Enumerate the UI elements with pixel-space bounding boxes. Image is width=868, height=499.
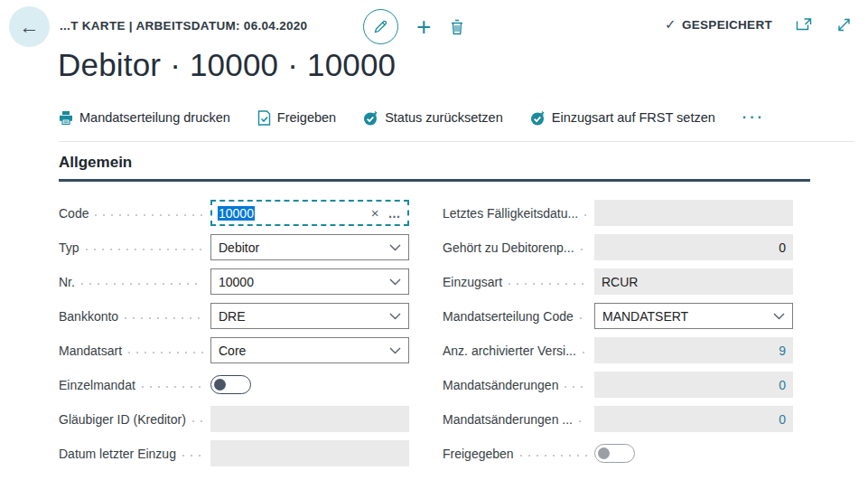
field-row: Gläubiger ID (Kreditor) <box>59 406 409 432</box>
reset-status-icon <box>363 110 378 126</box>
field-control-slot: MANDATSERT <box>594 303 793 329</box>
field-grid: Code10000×…TypDebitorNr.10000BankkontoDR… <box>59 200 793 475</box>
back-button[interactable]: ← <box>9 6 50 47</box>
printer-icon <box>59 111 73 125</box>
dropdown-value: DRE <box>219 309 246 324</box>
dropdown-field[interactable]: Core <box>210 337 409 363</box>
dropdown-field[interactable]: 10000 <box>210 268 409 295</box>
chevron-down-icon <box>384 347 401 354</box>
dotted-leader <box>581 249 587 250</box>
field-control-slot: Debitor <box>210 234 409 260</box>
field-row: Letztes Fälligkeitsdatu... <box>443 200 793 226</box>
field-row: Mandatsänderungen ...0 <box>443 406 793 432</box>
field-label-wrap: Code <box>59 206 210 221</box>
field-label: Typ <box>59 240 79 255</box>
section-header-allgemein[interactable]: Allgemein <box>59 154 810 182</box>
drilldown-value[interactable]: 0 <box>779 412 786 427</box>
field-label: Mandatsänderungen <box>443 378 558 392</box>
field-label-wrap: Mandatserteilung Code <box>443 309 594 324</box>
add-button[interactable]: + <box>416 14 431 40</box>
window-controls: ✓ GESPEICHERT <box>665 16 852 33</box>
field-row: Gehört zu Debitorenp...0 <box>443 234 793 260</box>
field-label-wrap: Anz. archivierter Versi... <box>443 344 594 358</box>
field-label: Mandatserteilung Code <box>443 309 574 324</box>
dropdown-field[interactable]: Debitor <box>210 234 409 260</box>
code-input-focused[interactable]: 10000×… <box>210 200 409 226</box>
dropdown-value: 10000 <box>219 275 254 289</box>
field-control-slot: DRE <box>210 303 409 329</box>
more-actions-button[interactable]: ··· <box>742 109 765 126</box>
disabled-field: 0 <box>594 406 793 432</box>
mandate-card-page: ← ...T KARTE | ARBEITSDATUM: 06.04.2020 … <box>0 0 868 499</box>
expand-button[interactable] <box>836 17 852 33</box>
action-reset-status[interactable]: Status zurücksetzen <box>363 110 503 126</box>
field-label-wrap: Einzelmandat <box>59 378 210 392</box>
field-label-wrap: Mandatsart <box>59 344 210 358</box>
action-label: Mandatserteilung drucken <box>79 110 230 125</box>
page-title: Debitor · 10000 · 10000 <box>58 47 396 83</box>
edit-button[interactable] <box>363 9 398 44</box>
chevron-down-icon <box>384 244 401 251</box>
drilldown-value[interactable]: 0 <box>779 378 786 392</box>
dropdown-value: Core <box>219 344 246 358</box>
field-control-slot: 0 <box>594 234 793 260</box>
drilldown-value[interactable]: 9 <box>779 344 786 358</box>
field-value: RCUR <box>602 275 638 289</box>
dotted-leader <box>128 352 203 353</box>
field-label: Datum letzter Einzug <box>59 447 176 461</box>
toggle-knob <box>214 379 226 391</box>
dotted-leader <box>182 455 203 457</box>
action-release[interactable]: Freigeben <box>257 110 336 126</box>
field-label-wrap: Bankkonto <box>59 309 210 324</box>
toggle-switch-off[interactable] <box>210 375 251 394</box>
action-toolbar: Mandatserteilung drucken Freigeben Statu… <box>59 109 854 126</box>
dotted-leader <box>192 420 203 422</box>
fields-column-left: Code10000×…TypDebitorNr.10000BankkontoDR… <box>59 200 409 475</box>
field-control-slot: RCUR <box>594 268 793 295</box>
popout-button[interactable] <box>796 17 813 32</box>
fields-column-right: Letztes Fälligkeitsdatu...Gehört zu Debi… <box>443 200 793 475</box>
field-control-slot <box>594 200 793 226</box>
disabled-field <box>210 406 409 432</box>
field-label-wrap: Mandatsänderungen ... <box>443 412 594 427</box>
field-value: 0 <box>779 240 786 255</box>
field-label: Gehört zu Debitorenp... <box>443 240 574 255</box>
pencil-icon <box>373 19 388 34</box>
field-row: Mandatsänderungen0 <box>443 372 793 398</box>
saved-label: GESPEICHERT <box>682 18 772 32</box>
delete-button[interactable] <box>449 18 465 36</box>
top-bar: ← ...T KARTE | ARBEITSDATUM: 06.04.2020 … <box>0 0 868 54</box>
dropdown-field[interactable]: DRE <box>210 303 409 329</box>
field-label-wrap: Typ <box>59 240 210 255</box>
disabled-field: RCUR <box>594 268 793 295</box>
field-more-icon[interactable]: … <box>388 206 403 221</box>
disabled-field: 0 <box>594 372 793 398</box>
field-row: Datum letzter Einzug <box>59 440 409 466</box>
action-label: Freigeben <box>277 110 336 125</box>
check-icon: ✓ <box>665 16 677 33</box>
clear-icon[interactable]: × <box>371 205 379 221</box>
action-label: Einzugsart auf FRST setzen <box>552 110 715 125</box>
dotted-leader <box>580 317 587 319</box>
dotted-leader <box>520 455 587 457</box>
field-label-wrap: Nr. <box>59 275 210 289</box>
dotted-leader <box>142 386 203 388</box>
field-label: Mandatsänderungen ... <box>443 412 573 427</box>
chevron-down-icon <box>384 313 401 320</box>
action-print-mandate[interactable]: Mandatserteilung drucken <box>59 110 230 125</box>
dropdown-field[interactable]: MANDATSERT <box>594 303 793 329</box>
field-row: Freigegeben <box>443 440 793 466</box>
dropdown-value: MANDATSERT <box>602 309 688 324</box>
toggle-switch-off[interactable] <box>594 444 635 463</box>
field-row: MandatsartCore <box>59 337 409 363</box>
action-set-frst[interactable]: Einzugsart auf FRST setzen <box>530 110 715 126</box>
field-row: BankkontoDRE <box>59 303 409 329</box>
record-actions: + <box>363 9 465 44</box>
field-label-wrap: Gläubiger ID (Kreditor) <box>59 412 210 427</box>
field-row: TypDebitor <box>59 234 409 260</box>
field-row: Mandatserteilung CodeMANDATSERT <box>443 303 793 329</box>
dotted-leader <box>579 420 587 422</box>
field-label-wrap: Gehört zu Debitorenp... <box>443 240 594 255</box>
field-label-wrap: Letztes Fälligkeitsdatu... <box>443 206 594 221</box>
field-label: Gläubiger ID (Kreditor) <box>59 412 186 427</box>
